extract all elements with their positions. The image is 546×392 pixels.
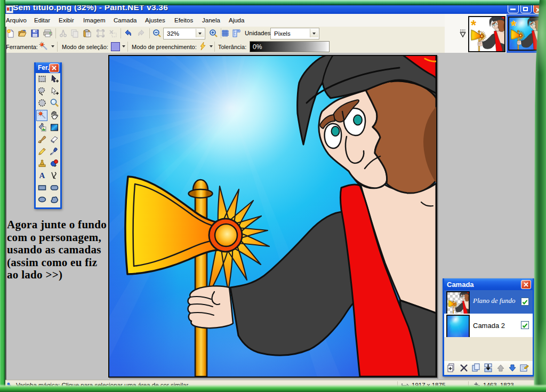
svg-text:A: A (39, 171, 45, 180)
